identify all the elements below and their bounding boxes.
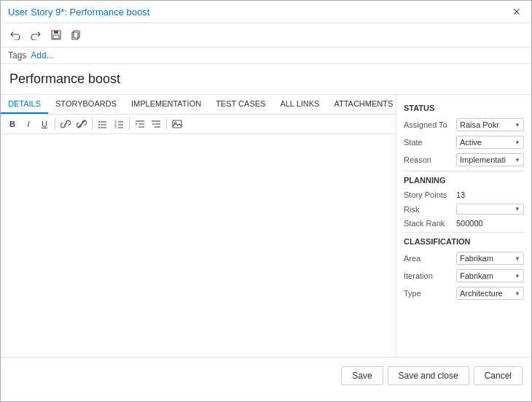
separator-3: [129, 118, 130, 130]
title-text: Performance boost: [70, 7, 150, 18]
assigned-to-row: Assigned To Raisa Pokr ▼: [404, 118, 524, 131]
underline-button[interactable]: U: [37, 117, 52, 131]
tags-label: Tags: [8, 50, 26, 61]
save-button[interactable]: Save: [341, 366, 383, 385]
title-bar: User Story 9*: Performance boost ✕: [1, 1, 531, 23]
type-dropdown[interactable]: Architecture ▼: [456, 287, 524, 300]
stack-rank-label: Stack Rank: [404, 219, 453, 228]
iteration-row: Iteration Fabrikam ▼: [404, 269, 524, 282]
separator-1: [55, 118, 55, 130]
title-prefix: User Story 9*:: [8, 7, 70, 18]
assigned-to-arrow: ▼: [515, 122, 520, 128]
risk-row: Risk ▼: [404, 204, 524, 214]
svg-rect-24: [173, 120, 181, 128]
save-and-close-button[interactable]: Save and close: [388, 366, 469, 385]
area-dropdown[interactable]: Fabrikam ▼: [456, 252, 524, 265]
tab-test-cases[interactable]: TEST CASES: [208, 95, 273, 114]
undo-button[interactable]: [7, 26, 24, 44]
editor-content[interactable]: [1, 134, 396, 357]
save-button[interactable]: [47, 26, 65, 44]
state-value: Active: [460, 138, 482, 147]
risk-arrow: ▼: [515, 206, 520, 212]
divider-2: [404, 232, 524, 233]
tab-bar: DETAILS STORYBOARDS IMPLEMENTATION TEST …: [1, 95, 396, 115]
area-arrow: ▼: [515, 255, 520, 262]
reason-row: Reason Implementati ▼: [404, 153, 524, 166]
risk-label: Risk: [404, 205, 453, 214]
separator-4: [166, 118, 167, 130]
close-button[interactable]: ✕: [509, 5, 524, 18]
svg-rect-1: [54, 31, 58, 34]
svg-text:3.: 3.: [114, 125, 117, 129]
reason-label: Reason: [404, 155, 453, 164]
assigned-to-dropdown[interactable]: Raisa Pokr ▼: [456, 118, 524, 131]
window-title: User Story 9*: Performance boost: [8, 7, 149, 18]
reason-arrow: ▼: [515, 157, 520, 163]
area-row: Area Fabrikam ▼: [404, 252, 524, 265]
tab-storyboards[interactable]: STORYBOARDS: [48, 95, 124, 114]
type-value: Architecture: [460, 289, 503, 298]
unlink-button[interactable]: [74, 117, 89, 131]
cancel-button[interactable]: Cancel: [474, 366, 523, 385]
state-arrow: ▼: [515, 139, 520, 146]
stack-rank-row: Stack Rank 500000: [404, 219, 524, 228]
editor-toolbar: B I U 1.2.3.: [1, 115, 396, 134]
story-points-value: 13: [456, 190, 524, 199]
svg-point-8: [98, 124, 100, 125]
right-panel: STATUS Assigned To Raisa Pokr ▼ State Ac…: [396, 95, 531, 357]
left-panel: DETAILS STORYBOARDS IMPLEMENTATION TEST …: [1, 95, 396, 357]
area-label: Area: [404, 254, 453, 263]
planning-section-title: PLANNING: [404, 176, 524, 185]
area-value: Fabrikam: [460, 254, 493, 263]
unordered-list-button[interactable]: [95, 117, 110, 131]
type-label: Type: [404, 289, 453, 298]
main-area: DETAILS STORYBOARDS IMPLEMENTATION TEST …: [1, 95, 531, 357]
story-points-label: Story Points: [404, 190, 453, 199]
stack-rank-value: 500000: [456, 219, 524, 228]
svg-point-10: [98, 127, 100, 128]
state-label: State: [404, 138, 453, 147]
toolbar: [1, 23, 531, 47]
tab-details[interactable]: DETAILS: [1, 95, 48, 114]
indent-button[interactable]: [133, 117, 147, 131]
iteration-arrow: ▼: [515, 273, 520, 279]
iteration-dropdown[interactable]: Fabrikam ▼: [456, 269, 524, 282]
tags-bar: Tags Add...: [1, 47, 531, 64]
italic-button[interactable]: I: [21, 117, 36, 131]
classification-section-title: CLASSIFICATION: [404, 237, 524, 246]
svg-line-5: [78, 120, 85, 128]
state-dropdown[interactable]: Active ▼: [456, 136, 524, 149]
status-section-title: STATUS: [404, 104, 524, 112]
reason-value: Implementati: [460, 155, 506, 164]
assigned-to-value: Raisa Pokr: [460, 120, 499, 129]
tab-implementation[interactable]: IMPLEMENTATION: [124, 95, 208, 114]
title-input[interactable]: [1, 64, 531, 95]
bold-button[interactable]: B: [5, 117, 20, 131]
ordered-list-button[interactable]: 1.2.3.: [112, 117, 126, 131]
redo-button[interactable]: [27, 26, 44, 44]
copy-button[interactable]: [68, 26, 85, 44]
type-arrow: ▼: [515, 290, 520, 297]
link-button[interactable]: [58, 117, 73, 131]
add-tag-button[interactable]: Add...: [31, 50, 53, 61]
state-row: State Active ▼: [404, 136, 524, 149]
reason-dropdown[interactable]: Implementati ▼: [456, 153, 524, 166]
assigned-to-label: Assigned To: [404, 120, 453, 129]
iteration-value: Fabrikam: [460, 271, 493, 280]
iteration-label: Iteration: [404, 271, 453, 280]
separator-2: [92, 118, 93, 130]
divider-1: [404, 171, 524, 171]
image-button[interactable]: [170, 117, 184, 131]
story-points-row: Story Points 13: [404, 190, 524, 199]
tab-attachments[interactable]: ATTACHMENTS: [326, 95, 396, 114]
type-row: Type Architecture ▼: [404, 287, 524, 300]
svg-point-6: [98, 121, 100, 123]
footer: Save Save and close Cancel: [1, 357, 531, 393]
svg-rect-2: [53, 35, 59, 39]
risk-dropdown[interactable]: ▼: [456, 204, 524, 214]
outdent-button[interactable]: [149, 117, 163, 131]
tab-all-links[interactable]: ALL LINKS: [273, 95, 326, 114]
